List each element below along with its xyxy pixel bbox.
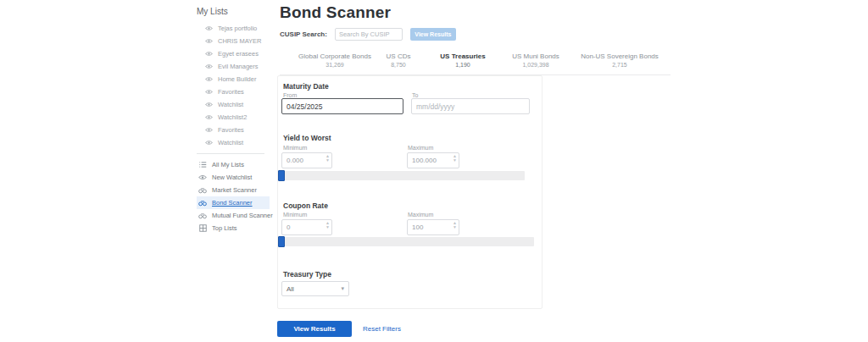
- tab-us-cds[interactable]: US CDs 8,750: [387, 52, 411, 68]
- tab-count: 8,750: [387, 62, 411, 68]
- coupon-min-field: ▲▼: [281, 218, 332, 235]
- tab-label: Global Corporate Bonds: [298, 52, 371, 60]
- maturity-date-heading: Maturity Date: [283, 82, 329, 91]
- coupon-min-input[interactable]: [281, 219, 332, 235]
- from-label: From: [283, 92, 297, 98]
- yield-min-input[interactable]: [281, 152, 332, 168]
- tab-label: US Treasuries: [440, 52, 485, 60]
- treasury-type-value: All: [287, 285, 294, 293]
- tab-us-treasuries[interactable]: US Treasuries 1,190: [440, 52, 485, 68]
- filter-panel: Maturity Date From To Yield to Worst Min…: [277, 75, 542, 309]
- treasury-type-heading: Treasury Type: [283, 270, 331, 279]
- coupon-rate-heading: Coupon Rate: [283, 201, 328, 210]
- reset-filters-link[interactable]: Reset Filters: [363, 325, 401, 333]
- page-title: Bond Scanner: [280, 3, 391, 22]
- slider-handle[interactable]: [278, 170, 285, 181]
- bond-scanner-app: My Lists Tejas portfolio CHRIS MAYER Egy…: [0, 0, 868, 342]
- yield-max-label: Maximum: [408, 145, 433, 151]
- yield-min-label: Minimum: [283, 145, 307, 151]
- coupon-min-label: Minimum: [283, 212, 307, 218]
- number-spinner-icon[interactable]: ▲▼: [326, 221, 330, 229]
- number-spinner-icon[interactable]: ▲▼: [326, 154, 330, 163]
- tab-global-corporate-bonds[interactable]: Global Corporate Bonds 31,269: [298, 52, 371, 68]
- yield-max-input[interactable]: [407, 152, 459, 168]
- treasury-type-select[interactable]: All ▾: [281, 281, 349, 296]
- bottom-actions: View Results Reset Filters: [277, 321, 401, 337]
- maturity-from-input[interactable]: [281, 98, 403, 114]
- tab-us-muni-bonds[interactable]: US Muni Bonds 1,029,398: [512, 52, 559, 68]
- tab-count: 1,190: [440, 62, 485, 68]
- tab-count: 2,715: [581, 62, 659, 68]
- coupon-range-slider[interactable]: [278, 237, 534, 246]
- slider-handle[interactable]: [278, 236, 285, 247]
- coupon-max-field: ▲▼: [407, 218, 459, 235]
- tab-count: 1,029,398: [512, 62, 559, 68]
- yield-min-field: ▲▼: [281, 151, 332, 168]
- cusip-search-row: CUSIP Search: View Results: [280, 28, 456, 41]
- main-content: Bond Scanner CUSIP Search: View Results …: [0, 0, 868, 342]
- coupon-max-input[interactable]: [407, 219, 459, 235]
- coupon-max-label: Maximum: [408, 212, 433, 218]
- number-spinner-icon[interactable]: ▲▼: [453, 154, 457, 163]
- view-results-button[interactable]: View Results: [277, 321, 352, 337]
- tab-count: 31,269: [298, 62, 371, 68]
- yield-max-field: ▲▼: [407, 151, 459, 168]
- cusip-search-input[interactable]: [335, 28, 403, 41]
- cusip-search-label: CUSIP Search:: [280, 30, 327, 38]
- to-label: To: [412, 92, 418, 98]
- tab-label: Non-US Sovereign Bonds: [581, 52, 659, 60]
- number-spinner-icon[interactable]: ▲▼: [453, 221, 457, 229]
- tab-non-us-sovereign-bonds[interactable]: Non-US Sovereign Bonds 2,715: [581, 52, 659, 68]
- tab-bar: Global Corporate Bonds 31,269 US CDs 8,7…: [280, 47, 670, 75]
- chevron-down-icon: ▾: [341, 285, 344, 292]
- yield-to-worst-heading: Yield to Worst: [283, 134, 331, 142]
- yield-range-slider[interactable]: [278, 171, 525, 180]
- maturity-to-input[interactable]: [411, 98, 530, 114]
- tab-label: US CDs: [387, 52, 411, 60]
- view-results-button-top[interactable]: View Results: [410, 28, 456, 41]
- tab-label: US Muni Bonds: [512, 52, 559, 60]
